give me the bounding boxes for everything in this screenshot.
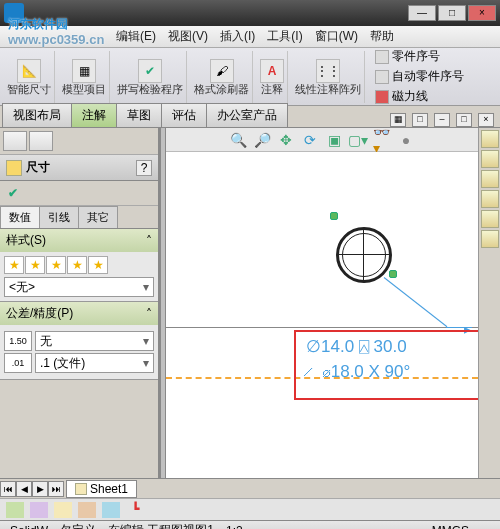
ribbon-balloon[interactable]: 零件序号 xyxy=(372,47,467,66)
viewport-single-icon[interactable]: □ xyxy=(412,113,428,127)
sheet-icon xyxy=(75,483,87,495)
style-fav1[interactable]: ★ xyxy=(4,256,24,274)
ribbon-spellcheck[interactable]: ✔ 拼写检验程序 xyxy=(114,51,187,103)
panel-tab2-icon[interactable] xyxy=(29,131,53,151)
menu-edit[interactable]: 编辑(E) xyxy=(110,28,162,45)
tab-sketch[interactable]: 草图 xyxy=(116,103,162,127)
zoom-area-icon[interactable]: 🔎 xyxy=(253,131,271,149)
hole-callout-line2[interactable]: ⟋ ∅18.0 X 90° xyxy=(300,362,410,382)
btool-4-icon[interactable] xyxy=(78,502,96,518)
modelitems-icon: ▦ xyxy=(72,59,96,83)
style-fav3[interactable]: ★ xyxy=(46,256,66,274)
tab-annotation[interactable]: 注解 xyxy=(71,103,117,127)
ribbon-smartdim[interactable]: 📐 智能尺寸 xyxy=(4,51,55,103)
ribbon-autoballoon[interactable]: 自动零件序号 xyxy=(372,67,467,86)
sheet-next-icon[interactable]: ▶ xyxy=(32,481,48,497)
dimension-title: 尺寸 xyxy=(26,159,50,176)
tol-prec-select[interactable]: .1 (文件)▾ xyxy=(35,353,154,373)
panel-tab1-icon[interactable] xyxy=(3,131,27,151)
display-style-icon[interactable]: ▢▾ xyxy=(349,131,367,149)
appearance-icon[interactable]: ● xyxy=(397,131,415,149)
handle-point[interactable] xyxy=(389,270,397,278)
help-button[interactable]: ? xyxy=(136,160,152,176)
magline-icon xyxy=(375,90,389,104)
hole-callout-line1[interactable]: ∅14.0 ⍓ 30.0 xyxy=(306,336,407,357)
ribbon-magline[interactable]: 磁力线 xyxy=(372,87,467,106)
ribbon-linearpat[interactable]: ⋮⋮ 线性注释阵列 xyxy=(292,51,365,103)
dropdown-icon: ▾ xyxy=(143,334,149,348)
ptab-value[interactable]: 数值 xyxy=(0,206,40,228)
formatpaint-icon: 🖌 xyxy=(210,59,234,83)
maximize-button[interactable]: □ xyxy=(438,5,466,21)
sheet-tab[interactable]: Sheet1 xyxy=(66,480,137,498)
pan-icon[interactable]: ✥ xyxy=(277,131,295,149)
style-select-value: <无> xyxy=(9,279,35,296)
section-icon[interactable]: ▣ xyxy=(325,131,343,149)
ok-button[interactable]: ✔ xyxy=(3,184,23,202)
style-select[interactable]: <无>▾ xyxy=(4,277,154,297)
dimension-icon xyxy=(6,160,22,176)
sheet-last-icon[interactable]: ⏭ xyxy=(48,481,64,497)
smartdim-label: 智能尺寸 xyxy=(7,84,51,95)
balloon-icon xyxy=(375,50,389,64)
sheet-prev-icon[interactable]: ◀ xyxy=(16,481,32,497)
status-units[interactable]: MMGS xyxy=(426,524,475,530)
app-logo-icon xyxy=(4,3,24,23)
taskpane-explorer-icon[interactable] xyxy=(481,170,499,188)
style-fav2[interactable]: ★ xyxy=(25,256,45,274)
taskpane-resources-icon[interactable] xyxy=(481,130,499,148)
viewport-tile-icon[interactable]: ▦ xyxy=(390,113,406,127)
ptab-other[interactable]: 其它 xyxy=(78,206,118,228)
minimize-button[interactable]: — xyxy=(408,5,436,21)
taskpane-appearance-icon[interactable] xyxy=(481,210,499,228)
btool-5-icon[interactable] xyxy=(102,502,120,518)
style-label: 样式(S) xyxy=(6,232,46,249)
menu-insert[interactable]: 插入(I) xyxy=(214,28,261,45)
style-fav4[interactable]: ★ xyxy=(67,256,87,274)
hole-circle-inner xyxy=(342,233,386,277)
ribbon-modelitems[interactable]: ▦ 模型项目 xyxy=(59,51,110,103)
btool-1-icon[interactable] xyxy=(6,502,24,518)
ptab-leader[interactable]: 引线 xyxy=(39,206,79,228)
btool-3-icon[interactable] xyxy=(54,502,72,518)
menu-view[interactable]: 视图(V) xyxy=(162,28,214,45)
crosshair-v xyxy=(363,230,364,280)
taskpane-library-icon[interactable] xyxy=(481,150,499,168)
smartdim-icon: 📐 xyxy=(17,59,41,83)
ribbon-note[interactable]: A 注释 xyxy=(257,51,288,103)
menu-tools[interactable]: 工具(I) xyxy=(261,28,308,45)
viewport-max-icon[interactable]: □ xyxy=(456,113,472,127)
tab-layout[interactable]: 视图布局 xyxy=(2,103,72,127)
dimension-leader xyxy=(384,277,448,327)
tol-type-select[interactable]: 无▾ xyxy=(35,331,154,351)
titlebar: — □ × xyxy=(0,0,500,26)
drawing-canvas[interactable]: ▸ ∅14.0 ⍓ 30.0 ⟋ ∅18.0 X 90° xyxy=(166,152,478,478)
ribbon-formatpaint[interactable]: 🖌 格式涂刷器 xyxy=(191,51,253,103)
tab-office[interactable]: 办公室产品 xyxy=(206,103,288,127)
taskpane-props-icon[interactable] xyxy=(481,230,499,248)
viewport-close-icon[interactable]: × xyxy=(478,113,494,127)
sheet-tabbar: ⏮ ◀ ▶ ⏭ Sheet1 xyxy=(0,478,500,498)
hide-show-icon[interactable]: 👓▾ xyxy=(373,131,391,149)
zoom-fit-icon[interactable]: 🔍 xyxy=(229,131,247,149)
btool-6-icon[interactable]: ┗ xyxy=(126,502,144,518)
magline-label: 磁力线 xyxy=(392,88,428,105)
units-dropdown-icon[interactable]: ▾ xyxy=(478,524,496,530)
style-fav5[interactable]: ★ xyxy=(88,256,108,274)
viewport-min-icon[interactable]: – xyxy=(434,113,450,127)
style-section-header[interactable]: 样式(S)˄ xyxy=(0,229,158,252)
viewport: 🔍 🔎 ✥ ⟳ ▣ ▢▾ 👓▾ ● ▸ ∅14.0 ⍓ 30.0 ⟋ ∅18.0… xyxy=(166,128,478,478)
close-button[interactable]: × xyxy=(468,5,496,21)
menu-help[interactable]: 帮助 xyxy=(364,28,400,45)
handle-point[interactable] xyxy=(330,212,338,220)
sheet-first-icon[interactable]: ⏮ xyxy=(0,481,16,497)
autoballoon-icon xyxy=(375,70,389,84)
tab-evaluate[interactable]: 评估 xyxy=(161,103,207,127)
menu-window[interactable]: 窗口(W) xyxy=(309,28,364,45)
rotate-icon[interactable]: ⟳ xyxy=(301,131,319,149)
tol-type-icon: 1.50 xyxy=(4,331,32,351)
status-ratio: 1:2 xyxy=(220,524,249,530)
taskpane-view-icon[interactable] xyxy=(481,190,499,208)
tolerance-section-header[interactable]: 公差/精度(P)˄ xyxy=(0,302,158,325)
btool-2-icon[interactable] xyxy=(30,502,48,518)
